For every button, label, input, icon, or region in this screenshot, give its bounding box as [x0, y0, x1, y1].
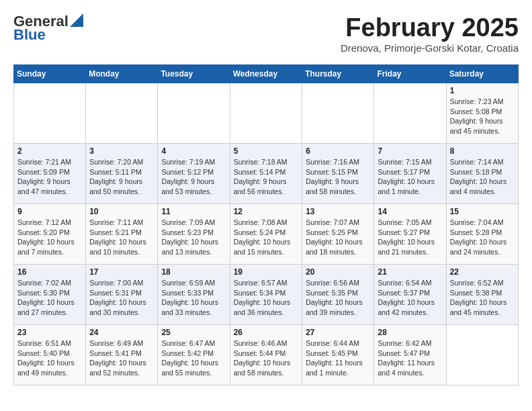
calendar-day-18: 18Sunrise: 6:59 AM Sunset: 5:33 PM Dayli… [158, 265, 230, 325]
day-info: Sunrise: 7:15 AM Sunset: 5:17 PM Dayligh… [378, 157, 442, 197]
calendar-header: SundayMondayTuesdayWednesdayThursdayFrid… [14, 65, 519, 83]
day-info: Sunrise: 6:59 AM Sunset: 5:33 PM Dayligh… [161, 278, 226, 318]
header: General Blue February 2025 Drenova, Prim… [13, 13, 519, 54]
calendar-day-11: 11Sunrise: 7:09 AM Sunset: 5:23 PM Dayli… [158, 204, 230, 265]
day-number: 25 [161, 328, 226, 337]
day-info: Sunrise: 6:54 AM Sunset: 5:37 PM Dayligh… [378, 278, 442, 318]
calendar-day-3: 3Sunrise: 7:20 AM Sunset: 5:11 PM Daylig… [86, 144, 158, 204]
day-info: Sunrise: 6:56 AM Sunset: 5:35 PM Dayligh… [306, 278, 370, 318]
day-number: 22 [450, 267, 515, 277]
calendar-day-15: 15Sunrise: 7:04 AM Sunset: 5:28 PM Dayli… [446, 204, 518, 265]
calendar-day-9: 9Sunrise: 7:12 AM Sunset: 5:20 PM Daylig… [14, 204, 86, 265]
day-number: 7 [378, 146, 442, 156]
calendar-week-row: 2Sunrise: 7:21 AM Sunset: 5:09 PM Daylig… [14, 144, 519, 204]
calendar-day-8: 8Sunrise: 7:14 AM Sunset: 5:18 PM Daylig… [446, 144, 518, 204]
day-info: Sunrise: 7:12 AM Sunset: 5:20 PM Dayligh… [17, 218, 82, 257]
day-number: 27 [306, 328, 370, 337]
day-info: Sunrise: 7:02 AM Sunset: 5:30 PM Dayligh… [17, 278, 82, 318]
calendar-day-4: 4Sunrise: 7:19 AM Sunset: 5:12 PM Daylig… [158, 144, 230, 204]
calendar-day-16: 16Sunrise: 7:02 AM Sunset: 5:30 PM Dayli… [14, 265, 86, 325]
calendar-day-20: 20Sunrise: 6:56 AM Sunset: 5:35 PM Dayli… [302, 265, 374, 325]
calendar-title: February 2025 [341, 13, 519, 42]
day-info: Sunrise: 7:00 AM Sunset: 5:31 PM Dayligh… [89, 278, 154, 318]
calendar-day-10: 10Sunrise: 7:11 AM Sunset: 5:21 PM Dayli… [86, 204, 158, 265]
calendar-empty-cell [302, 83, 374, 144]
logo: General Blue [13, 13, 83, 43]
calendar-day-21: 21Sunrise: 6:54 AM Sunset: 5:37 PM Dayli… [374, 265, 446, 325]
calendar-day-28: 28Sunrise: 6:42 AM Sunset: 5:47 PM Dayli… [374, 325, 446, 385]
day-info: Sunrise: 7:09 AM Sunset: 5:23 PM Dayligh… [161, 218, 226, 257]
day-number: 2 [17, 146, 82, 156]
day-number: 23 [17, 328, 82, 337]
calendar-header-thursday: Thursday [302, 65, 374, 83]
day-number: 20 [306, 267, 370, 277]
day-number: 14 [378, 207, 442, 216]
calendar-header-tuesday: Tuesday [158, 65, 230, 83]
day-info: Sunrise: 6:42 AM Sunset: 5:47 PM Dayligh… [378, 338, 442, 378]
title-block: February 2025 Drenova, Primorje-Gorski K… [341, 13, 519, 54]
calendar-week-row: 23Sunrise: 6:51 AM Sunset: 5:40 PM Dayli… [14, 325, 519, 385]
day-number: 26 [234, 328, 299, 337]
logo-icon [70, 13, 83, 27]
calendar-day-12: 12Sunrise: 7:08 AM Sunset: 5:24 PM Dayli… [230, 204, 302, 265]
calendar-header-wednesday: Wednesday [230, 65, 302, 83]
day-number: 15 [450, 207, 515, 216]
day-number: 8 [450, 146, 515, 156]
calendar-empty-cell [14, 83, 86, 144]
day-info: Sunrise: 6:51 AM Sunset: 5:40 PM Dayligh… [17, 338, 82, 378]
day-number: 24 [89, 328, 154, 337]
day-number: 11 [161, 207, 226, 216]
calendar-empty-cell [374, 83, 446, 144]
calendar-day-5: 5Sunrise: 7:18 AM Sunset: 5:14 PM Daylig… [230, 144, 302, 204]
day-number: 9 [17, 207, 82, 216]
calendar-empty-cell [446, 325, 518, 385]
day-number: 3 [89, 146, 154, 156]
day-info: Sunrise: 6:44 AM Sunset: 5:45 PM Dayligh… [306, 338, 370, 378]
day-number: 13 [306, 207, 370, 216]
day-info: Sunrise: 7:11 AM Sunset: 5:21 PM Dayligh… [89, 218, 154, 257]
calendar-header-sunday: Sunday [14, 65, 86, 83]
day-number: 17 [89, 267, 154, 277]
calendar-week-row: 16Sunrise: 7:02 AM Sunset: 5:30 PM Dayli… [14, 265, 519, 325]
day-info: Sunrise: 7:23 AM Sunset: 5:08 PM Dayligh… [450, 97, 515, 136]
calendar-day-24: 24Sunrise: 6:49 AM Sunset: 5:41 PM Dayli… [86, 325, 158, 385]
svg-marker-0 [70, 13, 83, 27]
calendar-subtitle: Drenova, Primorje-Gorski Kotar, Croatia [341, 42, 519, 54]
day-info: Sunrise: 7:07 AM Sunset: 5:25 PM Dayligh… [306, 218, 370, 257]
day-info: Sunrise: 7:21 AM Sunset: 5:09 PM Dayligh… [17, 157, 82, 197]
calendar-day-2: 2Sunrise: 7:21 AM Sunset: 5:09 PM Daylig… [14, 144, 86, 204]
calendar-header-monday: Monday [86, 65, 158, 83]
calendar-header-friday: Friday [374, 65, 446, 83]
calendar-day-7: 7Sunrise: 7:15 AM Sunset: 5:17 PM Daylig… [374, 144, 446, 204]
calendar-day-19: 19Sunrise: 6:57 AM Sunset: 5:34 PM Dayli… [230, 265, 302, 325]
day-info: Sunrise: 6:52 AM Sunset: 5:38 PM Dayligh… [450, 278, 515, 318]
calendar-day-6: 6Sunrise: 7:16 AM Sunset: 5:15 PM Daylig… [302, 144, 374, 204]
day-number: 16 [17, 267, 82, 277]
day-info: Sunrise: 6:47 AM Sunset: 5:42 PM Dayligh… [161, 338, 226, 378]
calendar-table: SundayMondayTuesdayWednesdayThursdayFrid… [13, 64, 519, 385]
day-info: Sunrise: 7:20 AM Sunset: 5:11 PM Dayligh… [89, 157, 154, 197]
day-number: 1 [450, 86, 515, 95]
calendar-day-13: 13Sunrise: 7:07 AM Sunset: 5:25 PM Dayli… [302, 204, 374, 265]
calendar-day-25: 25Sunrise: 6:47 AM Sunset: 5:42 PM Dayli… [158, 325, 230, 385]
calendar-empty-cell [158, 83, 230, 144]
day-number: 10 [89, 207, 154, 216]
calendar-header-saturday: Saturday [446, 65, 518, 83]
day-info: Sunrise: 7:04 AM Sunset: 5:28 PM Dayligh… [450, 218, 515, 257]
day-number: 6 [306, 146, 370, 156]
day-info: Sunrise: 6:46 AM Sunset: 5:44 PM Dayligh… [234, 338, 299, 378]
day-number: 4 [161, 146, 226, 156]
calendar-empty-cell [86, 83, 158, 144]
calendar-day-27: 27Sunrise: 6:44 AM Sunset: 5:45 PM Dayli… [302, 325, 374, 385]
day-number: 21 [378, 267, 442, 277]
logo-blue: Blue [13, 27, 46, 43]
calendar-day-26: 26Sunrise: 6:46 AM Sunset: 5:44 PM Dayli… [230, 325, 302, 385]
calendar-day-22: 22Sunrise: 6:52 AM Sunset: 5:38 PM Dayli… [446, 265, 518, 325]
day-info: Sunrise: 7:08 AM Sunset: 5:24 PM Dayligh… [234, 218, 299, 257]
day-info: Sunrise: 7:14 AM Sunset: 5:18 PM Dayligh… [450, 157, 515, 197]
day-number: 28 [378, 328, 442, 337]
day-number: 12 [234, 207, 299, 216]
day-number: 19 [234, 267, 299, 277]
calendar-week-row: 9Sunrise: 7:12 AM Sunset: 5:20 PM Daylig… [14, 204, 519, 265]
day-info: Sunrise: 6:57 AM Sunset: 5:34 PM Dayligh… [234, 278, 299, 318]
